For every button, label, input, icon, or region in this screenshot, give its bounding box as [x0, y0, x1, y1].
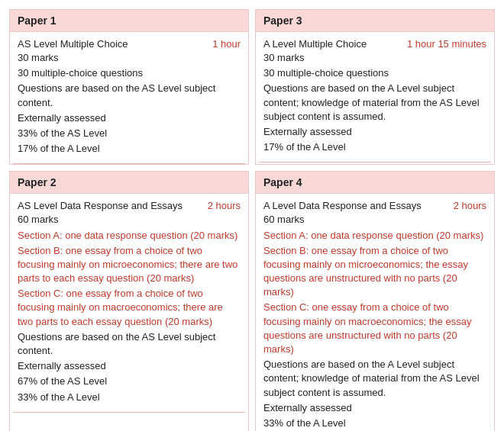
- card-line-paper1-3: Externally assessed: [18, 111, 241, 125]
- card-header-paper1: Paper 1: [10, 10, 248, 32]
- card-line-paper4-4: Questions are based on the A Level subje…: [263, 358, 486, 400]
- card-title-paper2: AS Level Data Response and Essays: [18, 200, 183, 211]
- card-paper3: Paper 3A Level Multiple Choice1 hour 15 …: [255, 9, 495, 165]
- card-line-paper1-5: 17% of the A Level: [18, 142, 241, 156]
- card-line-paper4-6: 33% of the A Level: [263, 417, 486, 430]
- card-line-paper3-1: 30 multiple-choice questions: [263, 66, 486, 80]
- card-title-row-paper4: A Level Data Response and Essays2 hours: [263, 200, 486, 211]
- card-line-paper3-3: Externally assessed: [263, 125, 486, 139]
- card-line-paper2-2: Section B: one essay from a choice of tw…: [18, 244, 241, 286]
- card-duration-paper1: 1 hour: [212, 38, 241, 50]
- card-body-paper3: A Level Multiple Choice1 hour 15 minutes…: [256, 32, 494, 162]
- card-line-paper2-3: Section C: one essay from a choice of tw…: [18, 287, 241, 329]
- card-line-paper1-0: 30 marks: [18, 51, 241, 65]
- card-line-paper3-0: 30 marks: [263, 51, 486, 65]
- card-line-paper4-3: Section C: one essay from a choice of tw…: [263, 301, 486, 356]
- card-header-paper2: Paper 2: [10, 172, 248, 194]
- card-line-paper4-0: 60 marks: [263, 213, 486, 227]
- card-line-paper2-0: 60 marks: [18, 213, 241, 227]
- card-header-paper4: Paper 4: [256, 172, 494, 194]
- card-line-paper4-5: Externally assessed: [263, 401, 486, 415]
- card-duration-paper4: 2 hours: [454, 200, 486, 211]
- card-line-paper1-4: 33% of the AS Level: [18, 127, 241, 140]
- card-title-paper4: A Level Data Response and Essays: [263, 200, 422, 211]
- papers-grid: Paper 1AS Level Multiple Choice1 hour30 …: [0, 0, 504, 431]
- card-duration-paper3: 1 hour 15 minutes: [407, 38, 486, 50]
- card-line-paper1-1: 30 multiple-choice questions: [18, 66, 241, 80]
- card-body-paper4: A Level Data Response and Essays2 hours6…: [256, 194, 494, 431]
- card-title-row-paper1: AS Level Multiple Choice1 hour: [18, 38, 241, 50]
- card-line-paper2-1: Section A: one data response question (2…: [18, 229, 241, 243]
- card-line-paper3-4: 17% of the A Level: [263, 140, 486, 154]
- card-paper4: Paper 4A Level Data Response and Essays2…: [255, 171, 495, 431]
- card-line-paper1-2: Questions are based on the AS Level subj…: [18, 82, 241, 109]
- card-line-paper2-4: Questions are based on the AS Level subj…: [18, 330, 241, 358]
- card-line-paper4-1: Section A: one data response question (2…: [263, 229, 486, 243]
- card-body-paper2: AS Level Data Response and Essays2 hours…: [10, 194, 248, 411]
- card-paper2: Paper 2AS Level Data Response and Essays…: [9, 171, 249, 431]
- card-header-paper3: Paper 3: [256, 10, 494, 32]
- card-line-paper2-7: 33% of the A Level: [18, 391, 241, 404]
- card-duration-paper2: 2 hours: [208, 200, 241, 211]
- card-line-paper2-6: 67% of the AS Level: [18, 375, 241, 388]
- card-line-paper2-5: Externally assessed: [18, 359, 241, 373]
- card-title-row-paper3: A Level Multiple Choice1 hour 15 minutes: [263, 38, 486, 50]
- card-body-paper1: AS Level Multiple Choice1 hour30 marks30…: [10, 32, 248, 163]
- card-title-row-paper2: AS Level Data Response and Essays2 hours: [18, 200, 241, 211]
- card-title-paper1: AS Level Multiple Choice: [18, 38, 128, 50]
- card-title-paper3: A Level Multiple Choice: [263, 38, 367, 50]
- card-paper1: Paper 1AS Level Multiple Choice1 hour30 …: [9, 9, 249, 165]
- card-line-paper4-2: Section B: one essay from a choice of tw…: [263, 244, 486, 300]
- card-line-paper3-2: Questions are based on the A Level subje…: [263, 82, 486, 124]
